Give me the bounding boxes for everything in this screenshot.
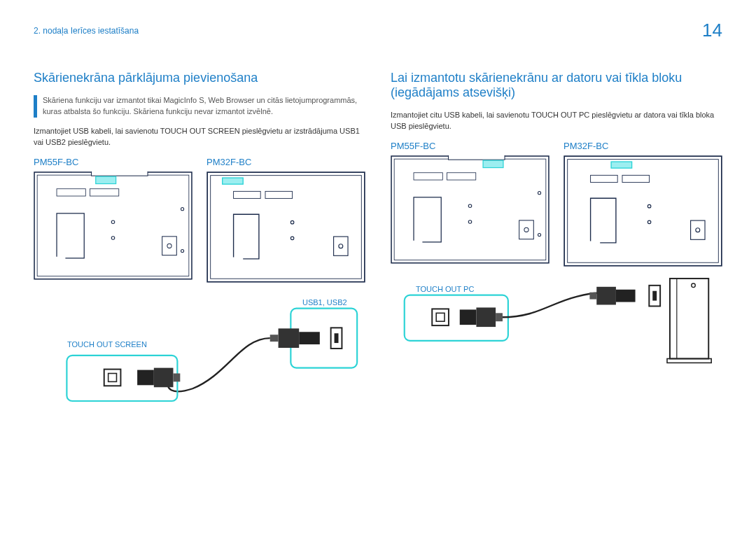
svg-rect-32 (173, 373, 180, 381)
svg-rect-14 (223, 178, 244, 184)
svg-point-18 (339, 244, 343, 248)
touch-out-pc-label: TOUCH OUT PC (416, 285, 500, 293)
display-diagram-pm32f (206, 171, 365, 283)
display-diagram-pm32f-r (564, 155, 722, 267)
touch-out-screen-label: TOUCH OUT SCREEN (67, 340, 165, 349)
left-section-title: Skārienekrāna pārklājuma pievienošana (34, 71, 365, 85)
svg-rect-48 (591, 175, 618, 182)
svg-rect-3 (96, 176, 116, 183)
svg-rect-2 (92, 171, 148, 176)
svg-rect-58 (476, 307, 496, 327)
svg-rect-59 (496, 313, 503, 321)
svg-rect-65 (670, 279, 708, 359)
svg-point-7 (167, 244, 172, 248)
svg-point-10 (181, 207, 183, 210)
model-label-pm55f: PM55F-BC (34, 157, 192, 167)
svg-rect-26 (270, 335, 279, 342)
note-box: Skāriena funkciju var izmantot tikai Mag… (34, 95, 365, 118)
svg-rect-38 (447, 173, 475, 180)
svg-rect-50 (691, 220, 705, 239)
svg-rect-55 (432, 309, 449, 325)
note-text: Skāriena funkciju var izmantot tikai Mag… (43, 95, 365, 118)
svg-rect-45 (564, 156, 722, 266)
svg-point-40 (524, 227, 528, 232)
svg-rect-1 (37, 175, 189, 276)
svg-rect-24 (299, 332, 320, 344)
svg-rect-17 (334, 237, 348, 255)
svg-rect-56 (436, 313, 444, 321)
svg-rect-23 (335, 333, 339, 343)
left-body-text: Izmantojiet USB kabeli, lai savienotu TO… (34, 126, 365, 148)
svg-rect-49 (622, 175, 650, 182)
svg-point-68 (692, 283, 696, 288)
svg-rect-36 (483, 160, 503, 167)
note-accent-bar (34, 95, 37, 118)
svg-rect-5 (90, 189, 118, 196)
svg-point-20 (290, 237, 294, 240)
page-number: 14 (702, 20, 722, 41)
svg-rect-28 (104, 369, 121, 386)
svg-rect-62 (589, 292, 596, 299)
svg-rect-35 (449, 155, 505, 160)
svg-rect-15 (234, 191, 261, 198)
svg-point-19 (290, 220, 294, 224)
svg-rect-30 (137, 370, 154, 385)
cable-diagram-left (34, 292, 365, 409)
svg-rect-61 (616, 290, 636, 302)
svg-point-11 (181, 249, 183, 252)
svg-rect-47 (611, 162, 632, 168)
svg-rect-25 (279, 328, 300, 348)
svg-rect-34 (394, 159, 546, 260)
page-header: 2. nodaļa Ierīces iestatīšana 14 (34, 20, 722, 41)
svg-rect-60 (596, 287, 616, 305)
svg-point-9 (111, 236, 115, 239)
left-column: Skārienekrāna pārklājuma pievienošana Sk… (34, 71, 365, 434)
model-label-pm32f-r: PM32F-BC (564, 141, 722, 151)
display-diagram-pm55f-r (391, 155, 550, 264)
svg-rect-39 (519, 220, 534, 239)
svg-rect-64 (652, 290, 657, 300)
svg-point-41 (468, 204, 472, 208)
svg-rect-57 (460, 309, 477, 325)
display-diagram-pm55f (34, 171, 192, 280)
svg-point-43 (538, 191, 540, 194)
model-label-pm55f-r: PM55F-BC (391, 141, 550, 151)
svg-rect-29 (108, 373, 117, 381)
svg-rect-31 (154, 367, 174, 387)
svg-point-42 (468, 220, 472, 224)
svg-point-44 (538, 233, 540, 236)
svg-point-51 (696, 228, 700, 232)
svg-rect-37 (414, 173, 442, 180)
right-column: Lai izmantotu skārienekrānu ar datoru va… (391, 71, 722, 434)
right-section-title: Lai izmantotu skārienekrānu ar datoru va… (391, 71, 722, 100)
svg-point-52 (648, 204, 651, 208)
model-label-pm32f: PM32F-BC (206, 157, 365, 167)
svg-point-8 (111, 220, 115, 224)
usb-label: USB1, USB2 (302, 298, 365, 307)
svg-rect-33 (391, 156, 549, 263)
svg-rect-6 (162, 237, 177, 255)
svg-point-53 (648, 220, 651, 224)
right-body-text: Izmantojiet citu USB kabeli, lai savieno… (391, 110, 722, 132)
chapter-label: 2. nodaļa Ierīces iestatīšana (34, 26, 139, 36)
svg-rect-0 (34, 172, 192, 279)
svg-rect-12 (207, 172, 365, 282)
svg-rect-4 (57, 189, 85, 196)
svg-rect-16 (265, 191, 293, 198)
